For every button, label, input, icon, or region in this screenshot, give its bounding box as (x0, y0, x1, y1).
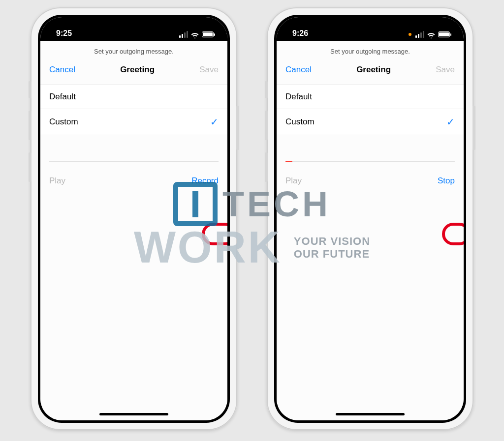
greeting-option-row[interactable]: Custom ✓ (277, 109, 464, 135)
recording-indicator-icon (409, 33, 411, 36)
annotation-highlight (202, 223, 227, 245)
screen-content: Set your outgoing message. Cancel Greeti… (277, 41, 464, 420)
play-button[interactable]: Play (285, 176, 302, 186)
greeting-option-row[interactable]: Default (40, 85, 227, 109)
save-button[interactable]: Save (199, 65, 219, 75)
status-time: 9:26 (292, 29, 308, 38)
options-list: Default Custom ✓ (40, 85, 227, 135)
instruction-text: Set your outgoing message. (40, 41, 227, 63)
side-buttons-right (472, 106, 475, 162)
record-stop-button[interactable]: Record (191, 176, 219, 186)
home-indicator[interactable] (336, 413, 405, 415)
nav-bar: Cancel Greeting Save (40, 63, 227, 85)
side-buttons-left (265, 81, 268, 194)
battery-icon (438, 31, 450, 37)
checkmark-icon: ✓ (210, 116, 219, 128)
greeting-option-row[interactable]: Default (277, 85, 464, 109)
screen-content: Set your outgoing message. Cancel Greeti… (40, 41, 227, 420)
battery-icon (202, 31, 214, 37)
nav-bar: Cancel Greeting Save (277, 63, 464, 85)
cancel-button[interactable]: Cancel (49, 65, 75, 75)
instruction-text: Set your outgoing message. (277, 41, 464, 63)
wifi-icon (191, 31, 199, 37)
checkmark-icon: ✓ (446, 116, 455, 128)
side-buttons-left (29, 81, 32, 194)
page-title: Greeting (356, 65, 391, 75)
notch (323, 15, 417, 29)
option-label: Default (49, 92, 76, 102)
options-list: Default Custom ✓ (277, 85, 464, 135)
option-label: Default (285, 92, 312, 102)
cellular-signal-icon (179, 31, 188, 38)
phone-frame: 9:25 Set your outgoing message. Cancel (31, 7, 237, 430)
phone-frame: 9:26 Set your outgoing message. Cancel (267, 7, 473, 430)
status-time: 9:25 (56, 29, 72, 38)
option-label: Custom (285, 117, 315, 127)
page-title: Greeting (120, 65, 155, 75)
record-stop-button[interactable]: Stop (438, 176, 455, 186)
play-button[interactable]: Play (49, 176, 65, 186)
cellular-signal-icon (415, 31, 424, 38)
recording-progress[interactable] (285, 161, 455, 162)
cancel-button[interactable]: Cancel (285, 65, 312, 75)
greeting-option-row[interactable]: Custom ✓ (40, 109, 227, 135)
annotation-highlight (442, 223, 464, 245)
save-button[interactable]: Save (436, 65, 455, 75)
recording-progress[interactable] (49, 161, 219, 162)
notch (87, 15, 181, 29)
option-label: Custom (49, 117, 78, 127)
home-indicator[interactable] (99, 413, 168, 415)
wifi-icon (427, 31, 435, 37)
side-buttons-right (236, 106, 239, 162)
